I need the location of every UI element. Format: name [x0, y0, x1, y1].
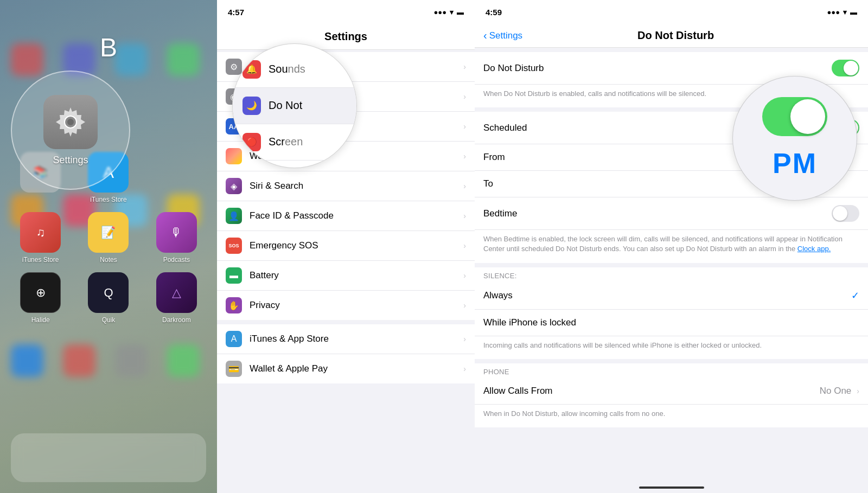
- bedtime-description: When Bedtime is enabled, the lock screen…: [475, 230, 868, 262]
- control-center-chevron: ›: [463, 92, 466, 101]
- bedtime-knob: [833, 206, 847, 221]
- dnd-big-toggle[interactable]: [762, 97, 827, 136]
- battery-icon: ▬: [457, 8, 464, 16]
- dnd-status-time: 4:59: [486, 8, 502, 17]
- siri-icon: ◈: [226, 178, 242, 194]
- battery-chevron: ›: [463, 271, 466, 280]
- dnd-main-toggle[interactable]: [832, 60, 859, 76]
- bg-icon: [11, 43, 43, 76]
- back-chevron-icon: ‹: [483, 29, 487, 42]
- clock-app-link[interactable]: Clock app.: [797, 245, 831, 253]
- quik-icon: Q: [88, 272, 129, 313]
- settings-app-label: Settings: [53, 155, 88, 166]
- wallpaper-icon: [226, 148, 242, 164]
- sos-label: Emergency SOS: [250, 240, 456, 251]
- always-label: Always: [483, 290, 846, 301]
- dnd-toggle-label: Do Not Disturb: [483, 63, 826, 74]
- dnd-phone-section: PHONE Allow Calls From No One › When in …: [475, 363, 868, 427]
- allow-calls-row[interactable]: Allow Calls From No One ›: [475, 378, 868, 405]
- app-item-podcasts[interactable]: 🎙 Podcasts: [147, 212, 206, 264]
- while-locked-row[interactable]: While iPhone is locked: [475, 310, 868, 336]
- allow-calls-value: No One: [820, 386, 852, 396]
- dnd-page-title: Do Not Disturb: [637, 29, 746, 42]
- sos-chevron: ›: [463, 241, 466, 250]
- app-dock: [11, 433, 206, 482]
- panel-home-screen: B Settings 📚 A iTunes Store: [0, 0, 217, 493]
- appstore-label: iTunes Store: [90, 196, 127, 203]
- dnd-mag-label: Do Not: [269, 99, 302, 112]
- dnd-toggle-knob-main: [844, 61, 858, 75]
- bg-icon: [115, 43, 148, 76]
- faceid-icon: 👤: [226, 208, 242, 224]
- bg-icon: [115, 344, 148, 377]
- wallet-label: Wallet & Apple Pay: [250, 363, 456, 374]
- always-row[interactable]: Always ✓: [475, 282, 868, 310]
- magnifier-content: 🔔 Sounds 🌙 Do Not 🔴 Screen: [233, 44, 356, 168]
- allow-calls-chevron: ›: [857, 387, 859, 395]
- wifi-icon: ▾: [450, 8, 454, 16]
- back-label: Settings: [489, 30, 522, 41]
- bg-icon: [11, 344, 43, 377]
- phone-header: PHONE: [475, 363, 868, 378]
- dnd-toggle-circle: PM: [732, 76, 857, 201]
- silence-header: SILENCE:: [475, 267, 868, 282]
- dnd-signal-icon: ●●●: [827, 8, 840, 16]
- app-item-halide[interactable]: ⊕ Halide: [11, 272, 70, 324]
- magnifier-circle: 🔔 Sounds 🌙 Do Not 🔴 Screen: [232, 43, 357, 168]
- settings-row-faceid[interactable]: 👤 Face ID & Passcode ›: [217, 201, 475, 231]
- privacy-label: Privacy: [250, 300, 456, 311]
- halide-label: Halide: [31, 316, 50, 324]
- magnified-dnd-row: 🌙 Do Not: [233, 88, 356, 124]
- svg-point-2: [67, 119, 74, 125]
- faceid-label: Face ID & Passcode: [250, 210, 456, 221]
- display-chevron: ›: [463, 122, 466, 131]
- settings-app-circle[interactable]: Settings: [11, 71, 130, 190]
- bedtime-desc-text: When Bedtime is enabled, the lock screen…: [483, 235, 843, 253]
- notes-label: Notes: [100, 256, 117, 264]
- bedtime-row[interactable]: Bedtime: [475, 197, 868, 230]
- notes-icon: 📝: [88, 212, 129, 253]
- bg-icon: [167, 344, 200, 377]
- app-item-darkroom[interactable]: △ Darkroom: [147, 272, 206, 324]
- app-item-notes[interactable]: 📝 Notes: [79, 212, 138, 264]
- siri-label: Siri & Search: [250, 181, 456, 191]
- allow-calls-desc: When in Do Not Disturb, allow incoming c…: [475, 405, 868, 427]
- bg-icon: [167, 43, 200, 76]
- settings-section-store: A iTunes & App Store › 💳 Wallet & Apple …: [217, 324, 475, 383]
- dnd-back-button[interactable]: ‹ Settings: [483, 29, 522, 42]
- podcasts-icon: 🎙: [156, 212, 197, 253]
- dnd-battery-icon: ▬: [850, 8, 857, 16]
- while-locked-desc: Incoming calls and notifications will be…: [475, 336, 868, 359]
- itunes-icon: ♫: [20, 212, 61, 253]
- settings-row-battery[interactable]: ▬ Battery ›: [217, 261, 475, 291]
- dnd-circle-items: PM: [762, 97, 827, 180]
- home-indicator: [639, 486, 704, 489]
- halide-icon: ⊕: [20, 272, 61, 313]
- status-icons: ●●● ▾ ▬: [433, 8, 464, 16]
- settings-row-sos[interactable]: SOS Emergency SOS ›: [217, 231, 475, 261]
- dnd-status-bar: 4:59 ●●● ▾ ▬: [475, 0, 868, 24]
- dnd-status-icons: ●●● ▾ ▬: [827, 8, 857, 16]
- wallpaper-chevron: ›: [463, 152, 466, 161]
- sos-icon: SOS: [226, 238, 242, 254]
- settings-row-wallet[interactable]: 💳 Wallet & Apple Pay ›: [217, 354, 475, 383]
- faceid-chevron: ›: [463, 212, 466, 220]
- bg-icon: [63, 344, 95, 377]
- itunes-store-icon: A: [226, 331, 242, 347]
- sounds-mag-label: Sounds: [269, 63, 305, 75]
- wallet-icon: 💳: [226, 361, 242, 377]
- settings-row-itunes-store[interactable]: A iTunes & App Store ›: [217, 324, 475, 354]
- app-item-itunes[interactable]: ♫ iTunes Store: [11, 212, 70, 264]
- panel-settings: 4:57 ●●● ▾ ▬ 🔔 Sounds 🌙 Do Not 🔴 Screen: [217, 0, 475, 493]
- app-item-quik[interactable]: Q Quik: [79, 272, 138, 324]
- bedtime-toggle[interactable]: [832, 205, 859, 222]
- itunes-store-chevron: ›: [463, 335, 466, 343]
- dnd-silence-section: SILENCE: Always ✓ While iPhone is locked…: [475, 267, 868, 359]
- dnd-circle-content: PM: [733, 76, 857, 200]
- general-chevron: ›: [463, 62, 466, 71]
- settings-row-privacy[interactable]: ✋ Privacy ›: [217, 291, 475, 320]
- settings-row-siri[interactable]: ◈ Siri & Search ›: [217, 171, 475, 201]
- privacy-chevron: ›: [463, 301, 466, 310]
- quik-label: Quik: [102, 316, 116, 324]
- darkroom-icon: △: [156, 272, 197, 313]
